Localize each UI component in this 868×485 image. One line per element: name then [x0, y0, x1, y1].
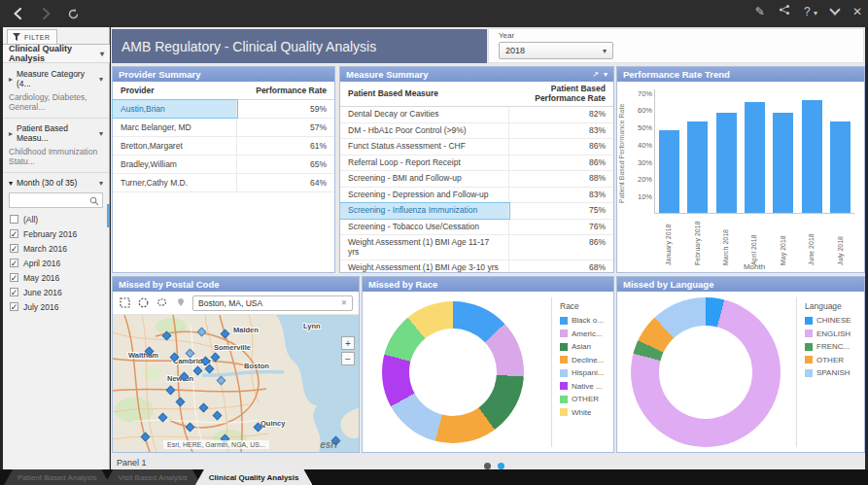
legend-swatch — [560, 317, 568, 325]
rectangle-select-icon[interactable] — [119, 296, 131, 309]
race-donut-chart[interactable] — [382, 301, 524, 443]
table-row[interactable]: Screening - Depression and Follow-up83% — [340, 188, 613, 204]
table-row[interactable]: Bradley,William65% — [113, 156, 334, 174]
page-dot[interactable] — [484, 463, 491, 469]
help-icon[interactable]: ? ▾ — [804, 5, 817, 18]
table-row[interactable]: Bretton,Margaret61% — [113, 137, 334, 156]
checkbox[interactable]: ✓ — [10, 288, 18, 296]
caret-down-icon[interactable]: ▾ — [604, 70, 608, 79]
map-search-box[interactable]: Boston, MA, USA ✕ — [192, 295, 353, 311]
checkbox-label: June 2016 — [23, 288, 62, 297]
legend-item[interactable]: CHINESE — [805, 316, 864, 325]
legend-item[interactable]: Black o... — [560, 316, 613, 325]
table-row[interactable]: Screening - Influenza Immunization75% — [340, 203, 613, 220]
legend-item[interactable]: Native ... — [560, 382, 613, 391]
column-header[interactable]: Provider — [113, 82, 237, 99]
legend-label: Native ... — [572, 382, 603, 391]
month-search-input[interactable] — [10, 193, 102, 207]
lasso-select-icon[interactable] — [156, 296, 168, 309]
month-filter-option[interactable]: ✓July 2016 — [3, 299, 109, 314]
language-donut-chart[interactable] — [631, 297, 781, 447]
tab-patient-based-analysis[interactable]: Patient Based Analysis — [4, 469, 110, 485]
column-header[interactable]: Patient Based Performance Rate — [509, 82, 613, 106]
checkbox[interactable]: ✓ — [10, 302, 18, 311]
tab-visit-based-analysis[interactable]: Visit Based Analysis — [104, 469, 200, 485]
table-row[interactable]: Screening - Tobacco Use/Cessation76% — [340, 220, 613, 236]
trend-bar[interactable] — [687, 121, 708, 213]
filter-tab-label: FILTER — [24, 34, 51, 41]
zoom-out-button[interactable]: − — [341, 352, 355, 365]
column-header[interactable]: Patient Based Measure — [340, 87, 509, 102]
trend-bar[interactable] — [716, 113, 737, 213]
table-row[interactable]: Weight Assessment (1) BMI Age 3-10 yrs68… — [340, 260, 613, 273]
table-row[interactable]: Dental Decay or Cavities82% — [340, 107, 613, 123]
filter-section-month[interactable]: ▾Month (30 of 35) ▾ — [3, 173, 109, 190]
page-dot-active[interactable] — [498, 463, 504, 469]
legend-item[interactable]: FRENC... — [805, 342, 864, 351]
checkbox[interactable]: ✓ — [10, 259, 18, 267]
legend-item[interactable]: ENGLISH — [805, 329, 864, 338]
legend-item[interactable]: SPANISH — [805, 368, 864, 377]
forward-icon[interactable] — [37, 5, 54, 22]
clear-search-icon[interactable]: ✕ — [341, 298, 347, 307]
refresh-icon[interactable] — [64, 5, 82, 22]
table-row[interactable]: DM - HbA1c Poor Control (>9%)83% — [340, 123, 613, 140]
table-row[interactable]: Turner,Cathy M.D.64% — [113, 174, 334, 192]
performance-rate-cell: 75% — [509, 203, 613, 219]
expand-icon[interactable]: ↗ — [592, 70, 599, 79]
map-canvas[interactable]: Lynn Malden Somerville Waltham Cambridge… — [113, 315, 359, 452]
table-row[interactable]: Marc Belanger, MD57% — [113, 119, 334, 137]
column-header[interactable]: Performance Rate — [237, 82, 334, 99]
month-filter-option[interactable]: ✓April 2016 — [3, 256, 109, 270]
checkbox[interactable]: ✓ — [10, 244, 18, 253]
month-filter-option[interactable]: ✓March 2016 — [3, 241, 109, 256]
table-row[interactable]: Referral Loop - Report Receipt86% — [340, 156, 613, 172]
checkbox[interactable]: ✓ — [10, 229, 18, 238]
filter-section-patient-measure[interactable]: ▸Patient Based Measu... ▾ — [3, 119, 109, 145]
zoom-in-button[interactable]: + — [341, 336, 355, 350]
performance-rate-cell: 86% — [509, 139, 613, 155]
x-axis-label: January 2018 — [658, 217, 678, 265]
legend-item[interactable]: Asian — [560, 342, 613, 351]
month-filter-option[interactable]: ✓May 2016 — [3, 270, 109, 285]
tab-clinical-quality-analysis[interactable]: Clinical Quality Analysis — [195, 469, 313, 485]
close-icon[interactable]: ✕ — [852, 5, 862, 18]
checkbox[interactable]: ✓ — [10, 273, 18, 282]
legend-item[interactable]: Decline... — [560, 356, 613, 364]
legend-item[interactable]: OTHER — [805, 356, 864, 364]
section-label: Month (30 of 35) — [17, 178, 77, 188]
circle-select-icon[interactable] — [137, 296, 150, 309]
month-filter-option[interactable]: ✓February 2016 — [3, 226, 109, 241]
performance-rate-cell: 83% — [509, 123, 613, 139]
trend-bar[interactable] — [659, 130, 679, 213]
collapse-window-icon[interactable] — [829, 4, 840, 15]
x-axis-label: May 2018 — [773, 217, 793, 265]
trend-bar[interactable] — [802, 100, 822, 213]
edit-icon[interactable]: ✎ — [755, 5, 765, 18]
table-row[interactable]: Weight Assessment (1) BMI Age 11-17 yrs8… — [340, 235, 613, 260]
filter-section-measure-category[interactable]: ▸Measure Category (4... ▾ — [3, 64, 109, 90]
checkbox-label: May 2016 — [23, 273, 59, 283]
trend-bar[interactable] — [773, 113, 793, 213]
table-row[interactable]: Screening - BMI and Follow-up88% — [340, 171, 613, 188]
table-row[interactable]: Austin,Brian59% — [113, 100, 334, 119]
share-icon[interactable] — [779, 4, 790, 18]
checkbox[interactable] — [10, 215, 18, 224]
legend-item[interactable]: Hispani... — [560, 368, 613, 377]
back-icon[interactable] — [10, 5, 27, 22]
month-filter-option[interactable]: (All) — [3, 212, 109, 226]
pin-icon[interactable] — [174, 296, 187, 309]
month-filter-option[interactable]: ✓June 2016 — [3, 285, 109, 299]
trend-bar[interactable] — [745, 102, 765, 213]
year-dropdown[interactable]: 2018 ▾ — [499, 42, 613, 59]
filter-tab[interactable]: FILTER — [7, 29, 57, 44]
legend-item[interactable]: White — [560, 408, 613, 417]
legend-item[interactable]: Americ... — [560, 329, 613, 338]
legend-swatch — [560, 408, 568, 416]
analysis-selector[interactable]: Clinical Quality Analysis ▾ — [3, 44, 110, 63]
legend-item[interactable]: OTHER — [560, 395, 613, 403]
sidebar-resize-handle[interactable] — [107, 204, 110, 227]
app-window: ✎ ? ▾ ✕ FILTER Clinical Quality Analysis… — [0, 0, 868, 485]
table-row[interactable]: Funct Status Assessment - CHF86% — [340, 139, 613, 156]
trend-bar[interactable] — [830, 121, 851, 213]
